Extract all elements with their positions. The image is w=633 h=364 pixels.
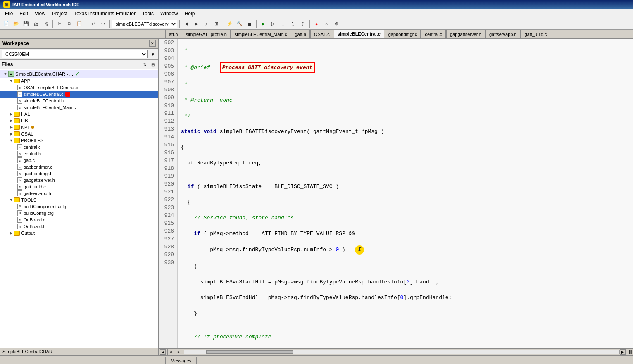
tab-simpleblecentral-c[interactable]: simpleBLECentral.c — [334, 30, 384, 38]
tree-item-onboard-c[interactable]: c OnBoard.c — [0, 216, 158, 223]
tree-label-gattservapp-h: gattservapp.h — [24, 191, 51, 196]
tree-item-gattservapp-h[interactable]: h gattservapp.h — [0, 190, 158, 197]
tab-gattservapp-h[interactable]: gattservapp.h — [485, 30, 521, 38]
tree-item-app[interactable]: ▼ APP — [0, 78, 158, 84]
menu-window[interactable]: Window — [157, 10, 181, 17]
tab-gatt-uuid-c[interactable]: gatt_uuid.c — [521, 30, 551, 38]
tree-item-simpleblecentral-h[interactable]: h simpleBLECentral.h — [0, 98, 158, 104]
tree-item-output[interactable]: ▶ Output — [0, 230, 158, 236]
horizontal-scrollbar[interactable]: ◀ ⊲ ⊳ ▶ ||| — [159, 348, 633, 355]
tree-item-gapbondmgr-h[interactable]: h gapbondmgr.h — [0, 170, 158, 177]
file-tree[interactable]: ▼ ■ SimpleBLECentralCHAR - ... ✓ ▼ APP c… — [0, 69, 158, 348]
go-to-button[interactable]: ▷ — [202, 19, 211, 29]
cut-button[interactable]: ✂ — [55, 19, 64, 29]
tab-gapgattserver-h[interactable]: gapgattserver.h — [446, 30, 485, 38]
tree-item-gapbondmgr-c[interactable]: c gapbondmgr.c — [0, 164, 158, 170]
bottom-tab-messages[interactable]: Messages — [165, 357, 197, 364]
menu-file[interactable]: File — [2, 10, 16, 17]
expander-npi[interactable]: ▶ — [8, 124, 14, 130]
config-dropdown[interactable]: simpleBLEGATTdiscovery — [112, 20, 177, 28]
toolbar-sep-7 — [309, 20, 310, 28]
tree-item-central-c[interactable]: c central.c — [0, 144, 158, 150]
scroll-track-h[interactable] — [184, 350, 620, 354]
stop-build-button[interactable]: ⏹ — [245, 19, 254, 29]
go-forward-button[interactable]: ▶ — [192, 19, 201, 29]
step-out-button[interactable]: ⤴ — [298, 19, 307, 29]
tree-item-gapgattserver-h[interactable]: h gapgattserver.h — [0, 177, 158, 183]
print-button[interactable]: 🖨 — [41, 19, 50, 29]
tree-item-root[interactable]: ▼ ■ SimpleBLECentralCHAR - ... ✓ — [0, 70, 158, 78]
menu-tools[interactable]: Tools — [139, 10, 157, 17]
tab-simplegattprofile-h[interactable]: simpleGATTprofile.h — [182, 30, 230, 38]
debug-button[interactable]: ▶ — [259, 19, 268, 29]
tree-item-onboard-h[interactable]: h OnBoard.h — [0, 223, 158, 230]
expander-lib[interactable]: ▶ — [8, 118, 14, 124]
step-over-button[interactable]: ⤵ — [288, 19, 297, 29]
expander-app[interactable]: ▼ — [8, 78, 14, 84]
expander-root[interactable]: ▼ — [2, 71, 8, 77]
bp-toggle-button[interactable]: ● — [312, 19, 321, 29]
workspace-config-dropdown[interactable]: CC2540EM — [2, 50, 148, 58]
expander-output[interactable]: ▶ — [8, 230, 14, 236]
tree-item-simpleblecentral-main[interactable]: c simpleBLECentral_Main.c — [0, 104, 158, 111]
tree-item-tools[interactable]: ▼ TOOLS — [0, 197, 158, 203]
menu-edit[interactable]: Edit — [16, 10, 31, 17]
workspace-config-btn[interactable]: ▼ — [149, 50, 157, 58]
menu-view[interactable]: View — [31, 10, 49, 17]
tree-item-osal-simple[interactable]: c OSAL_simpleBLECentral.c — [0, 84, 158, 91]
bp-remove-button[interactable]: ○ — [322, 19, 331, 29]
tree-item-hal[interactable]: ▶ HAL — [0, 111, 158, 117]
save-all-button[interactable]: 🗂 — [31, 19, 40, 29]
files-sort-btn[interactable]: ⇅ — [141, 61, 148, 68]
code-editor[interactable]: * * @brief Process GATT discovery event … — [178, 39, 633, 348]
copy-button[interactable]: ⧉ — [65, 19, 74, 29]
expander-osal[interactable]: ▶ — [8, 131, 14, 137]
redo-button[interactable]: ↪ — [98, 19, 107, 29]
compile-button[interactable]: ⚡ — [225, 19, 234, 29]
tree-item-gatt-uuid-c[interactable]: c gatt_uuid.c — [0, 183, 158, 190]
open-button[interactable]: 📂 — [12, 19, 21, 29]
tab-osal-c[interactable]: OSAL.c — [310, 30, 333, 38]
files-view-btn[interactable]: ⊞ — [149, 61, 157, 68]
new-button[interactable]: 📄 — [2, 19, 11, 29]
file-central-c-icon: c — [17, 144, 22, 150]
tree-item-lib[interactable]: ▶ LIB — [0, 117, 158, 124]
undo-button[interactable]: ↩ — [88, 19, 98, 29]
scroll-thumb-h[interactable] — [206, 350, 293, 354]
expander-profiles[interactable]: ▼ — [8, 138, 14, 143]
tab-gatt-h[interactable]: gatt.h — [291, 30, 310, 38]
expander-hal[interactable]: ▶ — [8, 111, 14, 117]
tree-label-simblecentral-h: simpleBLECentral.h — [24, 98, 64, 103]
menu-project[interactable]: Project — [49, 10, 71, 17]
tree-item-buildcomponents[interactable]: ⚙ buildComponents.cfg — [0, 203, 158, 210]
expander-tools[interactable]: ▼ — [8, 197, 14, 203]
tab-simpleblecentral-main-c[interactable]: simpleBLECentral_Main.c — [231, 30, 291, 38]
code-content[interactable]: 902 903 904 905 906 907 908 909 910 911 … — [159, 39, 633, 348]
tree-item-gap-c[interactable]: c gap.c — [0, 157, 158, 164]
run-button[interactable]: ▷ — [269, 19, 278, 29]
bp-show-button[interactable]: ⊛ — [332, 19, 341, 29]
menu-help[interactable]: Help — [181, 10, 198, 17]
open-file-button[interactable]: ⊞ — [212, 19, 221, 29]
tab-central-c[interactable]: central.c — [421, 30, 446, 38]
tree-item-central-h[interactable]: h central.h — [0, 150, 158, 157]
scroll-tab-left-btn[interactable]: ⊲ — [167, 349, 174, 355]
toolbar-sep-4 — [179, 20, 180, 28]
tree-item-osal[interactable]: ▶ OSAL — [0, 131, 158, 137]
go-back-button[interactable]: ◀ — [182, 19, 191, 29]
workspace-close-button[interactable]: ✕ — [149, 40, 156, 47]
menu-ti-emulator[interactable]: Texas Instruments Emulator — [71, 10, 139, 17]
tree-item-profiles[interactable]: ▼ PROFILES — [0, 137, 158, 144]
scroll-tab-right-btn[interactable]: ⊳ — [176, 349, 182, 355]
tree-item-npi[interactable]: ▶ NPI — [0, 124, 158, 131]
make-button[interactable]: 🔨 — [235, 19, 244, 29]
tab-gapbondmgr-c[interactable]: gapbondmgr.c — [385, 30, 421, 38]
tab-att-h[interactable]: att.h — [165, 30, 181, 38]
save-button[interactable]: 💾 — [21, 19, 31, 29]
tree-item-buildconfig[interactable]: ⚙ buildConfig.cfg — [0, 210, 158, 216]
paste-button[interactable]: 📋 — [75, 19, 84, 29]
tree-item-simpleblecentral-c[interactable]: c simpleBLECentral.c — [0, 91, 158, 98]
scroll-left-button[interactable]: ◀ — [160, 349, 166, 355]
step-button[interactable]: ↓ — [278, 19, 288, 29]
scroll-right-button[interactable]: ▶ — [620, 349, 626, 355]
